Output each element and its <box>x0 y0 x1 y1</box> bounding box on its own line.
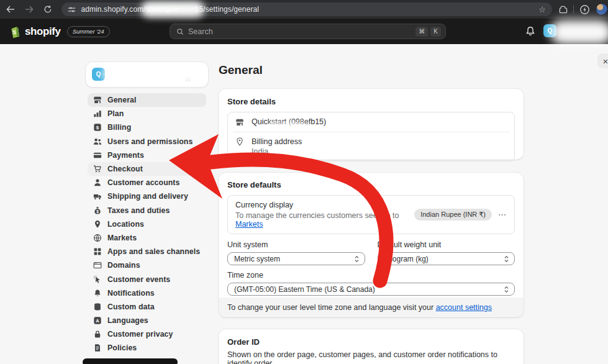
site-info-icon[interactable] <box>68 6 76 14</box>
svg-text:$: $ <box>96 209 99 214</box>
store-name-row[interactable]: Quickstart (098efb15) <box>228 112 514 132</box>
currency-display-row: Currency display To manage the currencie… <box>227 195 515 234</box>
sidebar-item-customer-accounts[interactable]: Customer accounts <box>88 176 206 189</box>
redaction-blur <box>103 65 202 83</box>
store-switcher[interactable]: Q m <box>85 61 209 88</box>
sidebar-item-customer-privacy[interactable]: Customer privacy <box>88 327 206 341</box>
sidebar-item-apps-and-sales-channels[interactable]: Apps and sales channels <box>88 245 206 258</box>
chart-icon <box>93 109 102 118</box>
sidebar-item-users-and-permissions[interactable]: Users and permissions <box>88 135 206 148</box>
billing-address-value: India <box>252 147 302 156</box>
settings-sidebar: General Plan $ Billing Users and permiss… <box>88 93 206 355</box>
sidebar-item-notifications[interactable]: Notifications <box>88 286 206 300</box>
sidebar-item-markets[interactable]: Markets <box>88 231 206 245</box>
settings-page: × Q m General Plan $ Billing Users and <box>0 44 608 364</box>
search-shortcut: ⌘ K <box>415 27 441 37</box>
k-key: K <box>430 27 441 37</box>
database-icon <box>93 303 102 311</box>
chevron-updown-icon <box>354 255 360 263</box>
bookmark-star-icon[interactable]: ☆ <box>538 6 546 14</box>
credit-card-icon <box>93 151 102 160</box>
cmd-key: ⌘ <box>415 27 428 37</box>
browser-profile-avatar[interactable] <box>596 3 608 16</box>
extensions-icon[interactable] <box>558 5 568 14</box>
account-settings-note: To change your user level time zone and … <box>219 298 524 317</box>
sidebar-item-custom-data[interactable]: Custom data <box>88 300 206 314</box>
redaction-blur <box>550 20 608 45</box>
sidebar-item-billing[interactable]: $ Billing <box>88 121 206 134</box>
store-defaults-title: Store defaults <box>227 180 515 189</box>
cart-icon <box>93 165 102 173</box>
browser-window-icon <box>93 261 102 270</box>
browser-toolbar: admin.shopify.com/store/quic 15/settings… <box>0 0 608 19</box>
timezone-select[interactable]: (GMT-05:00) Eastern Time (US & Canada) <box>227 283 515 296</box>
svg-text:S: S <box>12 29 16 35</box>
order-id-description: Shown on the order page, customer pages,… <box>227 350 515 364</box>
shopify-logo[interactable]: S shopify <box>9 25 61 39</box>
brand-wordmark: shopify <box>25 25 61 38</box>
notifications-bell-icon[interactable] <box>525 26 535 39</box>
account-settings-link[interactable]: account settings <box>436 303 492 312</box>
truck-icon <box>93 192 102 201</box>
page-title: General <box>219 63 263 77</box>
weight-unit-select[interactable]: Kilogram (kg) <box>378 252 515 265</box>
sidebar-item-checkout[interactable]: Checkout <box>88 162 206 176</box>
redaction-blur <box>141 1 204 17</box>
sidebar-item-customer-events[interactable]: Customer events <box>88 272 206 286</box>
more-actions-icon[interactable]: ⋯ <box>498 210 507 219</box>
store-icon <box>93 96 102 104</box>
toolbar-divider <box>573 5 574 14</box>
address-bar[interactable]: admin.shopify.com/store/quic 15/settings… <box>61 2 552 16</box>
bell-icon <box>93 289 102 298</box>
currency-display-label: Currency display <box>235 201 414 209</box>
sidebar-item-taxes-and-duties[interactable]: $ Taxes and duties <box>88 204 206 217</box>
close-icon[interactable]: × <box>597 53 608 68</box>
users-icon <box>93 137 102 146</box>
pin-icon <box>93 220 102 229</box>
search-placeholder: Search <box>188 27 213 36</box>
unit-system-select[interactable]: Metric system <box>227 252 365 265</box>
store-icon <box>235 118 244 127</box>
back-icon[interactable] <box>2 2 19 16</box>
sidebar-item-payments[interactable]: Payments <box>88 148 206 162</box>
sidebar-item-domains[interactable]: Domains <box>88 258 206 272</box>
dollar-icon: $ <box>93 123 102 132</box>
markets-link[interactable]: Markets <box>235 220 263 229</box>
chevron-updown-icon <box>504 255 509 263</box>
money-bag-icon: $ <box>93 206 102 215</box>
search-input[interactable]: Search ⌘ K <box>170 24 446 39</box>
store-defaults-card: Store defaults Currency display To manag… <box>219 173 524 317</box>
url-suffix: 15/settings/general <box>195 5 259 14</box>
person-icon <box>93 178 102 187</box>
shopify-bag-icon: S <box>9 25 20 39</box>
unit-system-label: Unit system <box>227 240 365 249</box>
sidebar-item-general[interactable]: General <box>88 93 206 107</box>
billing-address-label: Billing address <box>252 137 302 146</box>
sidebar-item-languages[interactable]: A Languages <box>88 314 206 327</box>
status-bubble <box>83 358 178 364</box>
release-badge: Summer '24 <box>67 26 110 37</box>
svg-text:$: $ <box>96 125 99 130</box>
globe-icon <box>93 234 102 242</box>
order-id-title: Order ID <box>227 337 515 347</box>
sidebar-item-policies[interactable]: Policies <box>88 341 206 355</box>
cursor-click-icon <box>93 275 102 284</box>
pin-icon <box>235 137 244 146</box>
forward-icon[interactable] <box>21 2 37 16</box>
document-icon <box>93 344 102 352</box>
reload-icon[interactable] <box>40 2 56 16</box>
translate-icon: A <box>93 316 102 325</box>
order-id-card: Order ID Shown on the order page, custom… <box>219 329 524 364</box>
svg-text:A: A <box>96 318 99 324</box>
sidebar-item-plan[interactable]: Plan <box>88 107 206 121</box>
store-details-card: Store details Quickstart (098efb15) Bill… <box>219 89 524 160</box>
sidebar-item-locations[interactable]: Locations <box>88 217 206 231</box>
chevron-updown-icon <box>504 286 509 293</box>
shopify-topbar: S shopify Summer '24 Search ⌘ K Q <box>0 19 608 44</box>
performance-icon[interactable] <box>579 4 590 15</box>
store-details-title: Store details <box>227 97 515 106</box>
billing-address-row[interactable]: Billing address India <box>228 132 514 161</box>
currency-help-text: To manage the currencies customers see, … <box>235 211 399 220</box>
sidebar-item-shipping-and-delivery[interactable]: Shipping and delivery <box>88 189 206 203</box>
screen: admin.shopify.com/store/quic 15/settings… <box>0 0 608 364</box>
